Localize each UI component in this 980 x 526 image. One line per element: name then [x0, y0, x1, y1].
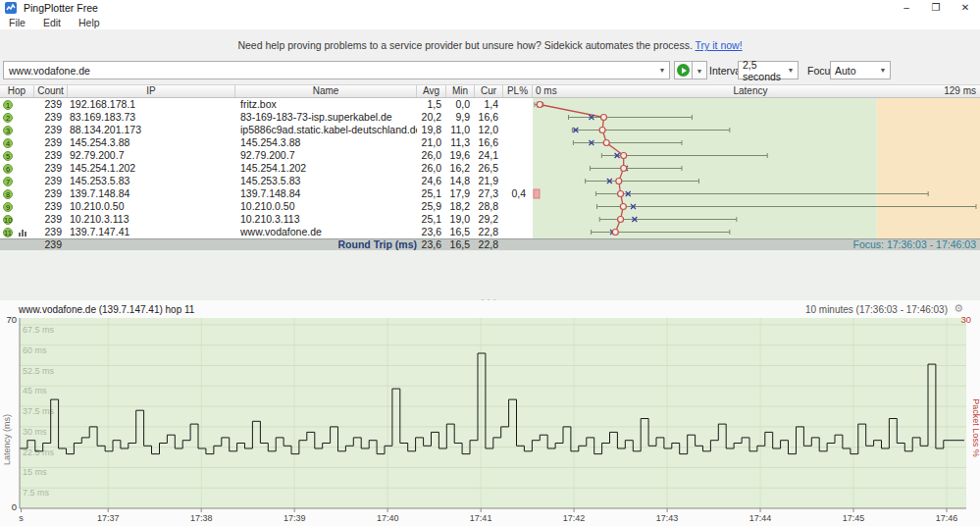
ip-cell: 92.79.200.7: [68, 149, 235, 162]
svg-text:s: s: [19, 513, 24, 523]
name-cell: 92.79.200.7: [235, 149, 417, 162]
start-trace-button[interactable]: [674, 61, 693, 79]
interval-select[interactable]: 2,5 seconds ▼: [738, 61, 799, 79]
header-name[interactable]: Name: [235, 85, 417, 97]
menu-edit[interactable]: Edit: [34, 16, 70, 29]
cur-cell: 16,6: [475, 111, 503, 124]
ip-cell: 10.210.0.50: [68, 200, 235, 213]
svg-text:45 ms: 45 ms: [23, 386, 47, 395]
menu-bar: File Edit Help: [0, 16, 980, 30]
ip-cell: 192.168.178.1: [68, 98, 235, 111]
header-hop[interactable]: Hop: [0, 85, 34, 97]
svg-text:Latency (ms): Latency (ms): [2, 414, 12, 465]
header-count[interactable]: Count: [34, 85, 68, 97]
hop-cell: 2: [0, 111, 34, 124]
svg-text:17:37: 17:37: [97, 513, 120, 523]
ip-cell: 83.169.183.73: [68, 111, 235, 124]
focus-select[interactable]: Auto ▼: [830, 61, 891, 79]
svg-text:15 ms: 15 ms: [23, 467, 47, 477]
menu-file[interactable]: File: [0, 16, 34, 29]
chevron-down-icon[interactable]: ▼: [655, 67, 669, 74]
table-row[interactable]: 7239145.253.5.83145.253.5.8324,614,821,9: [0, 175, 533, 187]
latency-min-label: 0 ms: [533, 85, 557, 97]
header-min[interactable]: Min: [446, 85, 475, 97]
summary-min: 16,5: [446, 239, 475, 250]
table-row[interactable]: 11239139.7.147.41www.vodafone.de23,616,5…: [0, 226, 533, 238]
name-cell: 10.210.0.50: [235, 200, 417, 213]
avg-cell: 25,1: [417, 187, 446, 200]
hop-cell: 1: [0, 98, 34, 111]
target-combobox[interactable]: www.vodafone.de ▼: [3, 61, 670, 79]
avg-cell: 24,6: [417, 175, 446, 187]
cur-cell: 12,0: [475, 124, 503, 136]
cur-cell: 21,9: [475, 175, 503, 187]
table-row[interactable]: 323988.134.201.173ip5886c9ad.static.kabe…: [0, 124, 533, 136]
cur-cell: 29,2: [475, 213, 503, 226]
try-it-now-link[interactable]: Try it now!: [696, 39, 743, 51]
name-cell: www.vodafone.de: [235, 226, 417, 238]
hop-cell: 4: [0, 136, 34, 149]
table-row[interactable]: 8239139.7.148.84139.7.148.8425,117,927,3…: [0, 187, 533, 200]
svg-text:37.5 ms: 37.5 ms: [23, 406, 55, 416]
svg-text:52.5 ms: 52.5 ms: [23, 366, 55, 376]
menu-help[interactable]: Help: [70, 16, 109, 29]
panel-gap: [0, 250, 980, 300]
header-ip[interactable]: IP: [68, 85, 235, 97]
count-cell: 239: [34, 98, 68, 111]
svg-text:0: 0: [12, 501, 17, 512]
name-cell: 145.254.3.88: [235, 136, 417, 149]
ip-cell: 10.210.3.113: [68, 213, 235, 226]
table-row[interactable]: 1239192.168.178.1fritz.box1,50,01,4: [0, 98, 533, 111]
count-cell: 239: [34, 187, 68, 200]
min-cell: 17,9: [446, 187, 475, 200]
svg-text:17:44: 17:44: [749, 513, 772, 523]
maximize-button[interactable]: ❐: [921, 0, 951, 16]
sidekick-banner: Need help proving problems to a service …: [0, 30, 980, 56]
pl-cell: [503, 136, 533, 149]
table-row[interactable]: 4239145.254.3.88145.254.3.8821,011,316,6: [0, 136, 533, 149]
ip-cell: 145.253.5.83: [68, 175, 235, 187]
pl-cell: [503, 226, 533, 238]
timeline-graph[interactable]: 7.5 ms15 ms22.5 ms30 ms37.5 ms45 ms52.5 …: [0, 312, 980, 526]
minimize-button[interactable]: –: [892, 0, 921, 16]
svg-text:67.5 ms: 67.5 ms: [23, 325, 55, 335]
min-cell: 14,8: [446, 175, 475, 187]
pl-cell: [503, 175, 533, 187]
hop-badge: 7: [3, 177, 13, 186]
table-row[interactable]: 523992.79.200.792.79.200.726,019,624,1: [0, 149, 533, 162]
start-options-dropdown[interactable]: ▼: [693, 61, 707, 79]
header-pl[interactable]: PL%: [503, 85, 533, 97]
avg-cell: 26,0: [417, 149, 446, 162]
close-button[interactable]: ✕: [951, 0, 980, 16]
trace-latency-graph: [533, 98, 980, 238]
table-header: Hop Count IP Name Avg Min Cur PL% 0 ms L…: [0, 84, 980, 98]
table-row[interactable]: 923910.210.0.5010.210.0.5025,918,228,8: [0, 200, 533, 213]
hop-badge: 6: [3, 164, 13, 174]
ip-cell: 145.254.1.202: [68, 162, 235, 175]
avg-cell: 20,2: [417, 111, 446, 124]
ip-cell: 145.254.3.88: [68, 136, 235, 149]
table-row[interactable]: 1023910.210.3.11310.210.3.11325,119,029,…: [0, 213, 533, 226]
window-title: PingPlotter Free: [24, 2, 98, 14]
hop-cell: 3: [0, 124, 34, 136]
avg-cell: 25,1: [417, 213, 446, 226]
table-row[interactable]: 223983.169.183.7383-169-183-73-isp.super…: [0, 111, 533, 124]
svg-text:17:42: 17:42: [563, 513, 586, 523]
hop-cell: 7: [0, 175, 34, 187]
hop-cell: 8: [0, 187, 34, 200]
svg-text:60 ms: 60 ms: [23, 345, 47, 355]
hop-badge: 10: [3, 215, 13, 225]
latency-header: 0 ms Latency 129 ms: [533, 85, 980, 97]
header-cur[interactable]: Cur: [475, 85, 503, 97]
cur-cell: 28,8: [475, 200, 503, 213]
hop-badge: 11: [3, 228, 13, 237]
svg-text:7.5 ms: 7.5 ms: [23, 488, 50, 498]
hop-badge: 4: [3, 138, 13, 148]
pingplotter-window: PingPlotter Free – ❐ ✕ File Edit Help Ne…: [0, 0, 980, 526]
hop-badge: 2: [3, 113, 13, 123]
svg-text:17:43: 17:43: [656, 513, 679, 523]
table-row[interactable]: 6239145.254.1.202145.254.1.20226,016,226…: [0, 162, 533, 175]
header-avg[interactable]: Avg: [417, 85, 446, 97]
min-cell: 9,9: [446, 111, 475, 124]
chevron-down-icon: ▼: [876, 67, 890, 74]
